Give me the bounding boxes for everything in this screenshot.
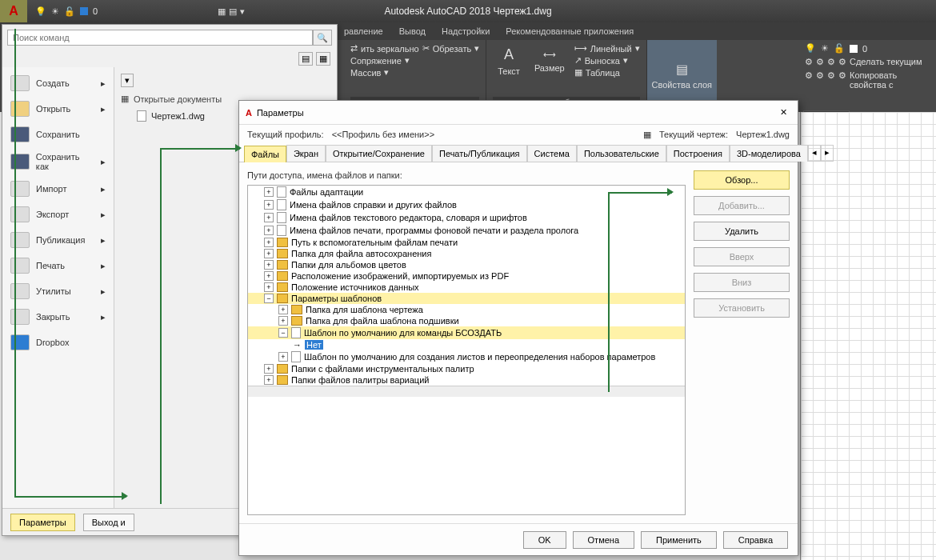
browse-button[interactable]: Обзор... xyxy=(694,170,790,190)
sort-icon[interactable]: ▾ xyxy=(121,74,134,87)
drawing-canvas[interactable] xyxy=(800,112,936,560)
mirror-icon[interactable]: ⇄ xyxy=(350,43,358,54)
files-tree[interactable]: +Файлы адаптации +Имена файлов справки и… xyxy=(247,185,686,515)
menu-dropbox[interactable]: Dropbox xyxy=(2,330,114,355)
expand-icon[interactable]: + xyxy=(264,364,274,374)
collapse-icon[interactable]: − xyxy=(278,328,288,338)
tab-3d[interactable]: 3D-моделирова xyxy=(730,145,808,162)
leader-label: Выноска xyxy=(585,56,620,66)
menu-save-as[interactable]: Сохранить как▸ xyxy=(2,147,114,176)
command-search-input[interactable] xyxy=(7,30,313,46)
move-up-button[interactable]: Вверх xyxy=(694,247,790,266)
expand-icon[interactable]: + xyxy=(264,375,274,385)
array-label[interactable]: Массив xyxy=(350,68,381,78)
menu-save[interactable]: Сохранить xyxy=(2,122,114,147)
expand-icon[interactable]: + xyxy=(264,260,274,270)
tree-row[interactable]: +Шаблон по умолчанию для создания листов… xyxy=(248,350,685,363)
bulb-icon[interactable]: 💡 xyxy=(805,43,816,54)
tree-row[interactable]: +Имена файлов печати, программы фоновой … xyxy=(248,224,685,237)
table-icon[interactable]: ▦ xyxy=(574,67,582,78)
dimension-button[interactable]: ⟷Размер xyxy=(530,43,570,79)
tree-row[interactable]: +Положение источников данных xyxy=(248,282,685,293)
menu-print[interactable]: Печать▸ xyxy=(2,253,114,278)
expand-icon[interactable]: + xyxy=(278,316,288,326)
ribbon-tab[interactable]: равление xyxy=(344,26,383,36)
sun-icon[interactable]: ☀ xyxy=(51,6,59,17)
expand-icon[interactable]: + xyxy=(278,352,288,362)
tree-row[interactable]: +Путь к вспомогательным файлам печати xyxy=(248,237,685,248)
cancel-button[interactable]: Отмена xyxy=(573,531,634,549)
utilities-icon xyxy=(10,283,30,299)
expand-icon[interactable]: + xyxy=(264,226,274,235)
tree-row[interactable]: +Папка для шаблона чертежа xyxy=(248,304,685,315)
tree-row[interactable]: +Папки с файлами инструментальных палитр xyxy=(248,363,685,374)
delete-button[interactable]: Удалить xyxy=(694,222,790,241)
qat-icon-2[interactable]: ▤ xyxy=(229,6,237,17)
linear-icon[interactable]: ⟼ xyxy=(574,43,587,54)
menu-utilities[interactable]: Утилиты▸ xyxy=(2,278,114,304)
menu-new[interactable]: Создать▸ xyxy=(2,70,114,96)
collapse-icon[interactable]: − xyxy=(264,294,274,303)
tab-user[interactable]: Пользовательские xyxy=(577,145,666,162)
search-button[interactable]: 🔍 xyxy=(313,30,332,46)
menu-import[interactable]: Импорт▸ xyxy=(2,176,114,202)
leader-icon[interactable]: ↗ xyxy=(574,55,582,66)
qat-dropdown-icon[interactable]: ▾ xyxy=(240,6,245,17)
options-button[interactable]: Параметры xyxy=(10,514,75,531)
tab-system[interactable]: Система xyxy=(527,145,577,162)
menu-export[interactable]: Экспорт▸ xyxy=(2,202,114,227)
tree-row[interactable]: +Папка для файла автосохранения xyxy=(248,248,685,259)
help-button[interactable]: Справка xyxy=(723,531,788,549)
tree-row[interactable]: +Имена файлов текстового редактора, слов… xyxy=(248,211,685,224)
expand-icon[interactable]: + xyxy=(264,213,274,222)
expand-icon[interactable]: + xyxy=(264,271,274,281)
bulb-icon[interactable]: 💡 xyxy=(35,6,46,17)
apply-button[interactable]: Применить xyxy=(641,531,717,549)
trim-icon[interactable]: ✂ xyxy=(422,43,430,54)
text-button[interactable]: AТекст xyxy=(493,43,525,79)
expand-icon[interactable]: + xyxy=(264,200,274,210)
tree-row-qnew-template[interactable]: −Шаблон по умолчанию для команды БСОЗДАТ… xyxy=(248,326,685,339)
tree-row[interactable]: +Папки для альбомов цветов xyxy=(248,259,685,270)
ok-button[interactable]: OK xyxy=(523,531,566,549)
app-logo[interactable]: A xyxy=(0,0,27,22)
set-current-button[interactable]: Установить xyxy=(694,298,790,318)
tab-scroll-left-icon[interactable]: ◂ xyxy=(808,145,821,162)
tab-open-save[interactable]: Открытие/Сохранение xyxy=(326,145,432,162)
ribbon-tab[interactable]: Рекомендованные приложения xyxy=(506,26,634,36)
expand-icon[interactable]: + xyxy=(264,282,274,292)
move-down-button[interactable]: Вниз xyxy=(694,273,790,292)
tab-scroll-right-icon[interactable]: ▸ xyxy=(821,145,834,162)
expand-icon[interactable]: + xyxy=(264,187,274,197)
menu-publish[interactable]: Публикация▸ xyxy=(2,227,114,253)
tree-horizontal-scrollbar[interactable] xyxy=(248,386,685,397)
view-mode-icon-1[interactable]: ▤ xyxy=(298,52,313,66)
tree-row[interactable]: +Папки файлов палитры вариаций xyxy=(248,374,685,386)
tab-display[interactable]: Экран xyxy=(286,145,326,162)
tree-row[interactable]: +Папка для файла шаблона подшивки xyxy=(248,315,685,326)
expand-icon[interactable]: + xyxy=(278,305,288,314)
copy-props-label[interactable]: Копировать свойства с xyxy=(850,70,931,90)
tab-drafting[interactable]: Построения xyxy=(666,145,730,162)
tab-files[interactable]: Файлы xyxy=(244,146,286,162)
tab-plot[interactable]: Печать/Публикация xyxy=(432,145,527,162)
lock-icon[interactable]: 🔓 xyxy=(64,6,75,17)
tree-row-none[interactable]: →Нет xyxy=(248,339,685,350)
expand-icon[interactable]: + xyxy=(264,238,274,247)
add-button[interactable]: Добавить... xyxy=(694,196,790,215)
menu-open[interactable]: Открыть▸ xyxy=(2,96,114,122)
close-icon[interactable]: ✕ xyxy=(775,105,791,121)
qat-icon-1[interactable]: ▦ xyxy=(218,6,226,17)
tree-row[interactable]: +Имена файлов справки и других файлов xyxy=(248,198,685,211)
exit-button[interactable]: Выход и xyxy=(83,514,134,531)
layer-color-swatch[interactable] xyxy=(80,7,88,15)
ribbon-tab[interactable]: Вывод xyxy=(399,26,426,36)
expand-icon[interactable]: + xyxy=(264,249,274,258)
menu-close[interactable]: Закрыть▸ xyxy=(2,304,114,330)
ribbon-tab[interactable]: Надстройки xyxy=(442,26,490,36)
tree-row-template-settings[interactable]: −Параметры шаблонов xyxy=(248,293,685,304)
tree-row[interactable]: +Расположение изображений, импортируемых… xyxy=(248,270,685,282)
fillet-label[interactable]: Сопряжение xyxy=(350,56,402,66)
make-current-label[interactable]: Сделать текущим xyxy=(850,57,922,67)
view-mode-icon-2[interactable]: ▦ xyxy=(316,52,330,66)
